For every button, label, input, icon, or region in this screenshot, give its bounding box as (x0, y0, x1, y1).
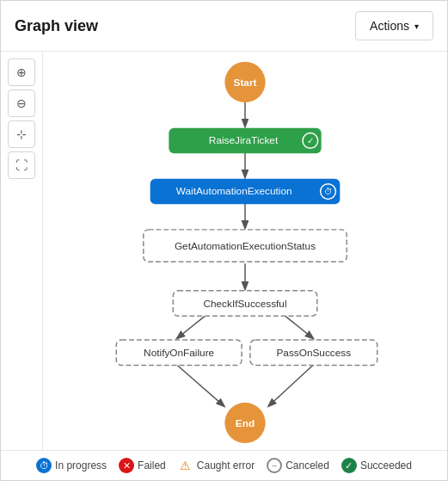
caughterror-label: Caught error (197, 459, 255, 472)
legend-failed: ✕ Failed (119, 458, 166, 473)
graph-view-container: Graph view Actions ▾ ⊕ ⊖ ⊹ ⛶ (0, 0, 448, 481)
svg-text:Start: Start (234, 77, 257, 89)
toolbar: ⊕ ⊖ ⊹ ⛶ (1, 52, 43, 450)
canceled-icon: − (267, 458, 282, 473)
legend-succeeded: ✓ Succeeded (341, 458, 412, 473)
svg-text:PassOnSuccess: PassOnSuccess (276, 347, 351, 359)
svg-text:✓: ✓ (307, 136, 314, 145)
page-title: Graph view (15, 17, 98, 35)
center-button[interactable]: ⊹ (8, 120, 35, 148)
zoom-out-icon: ⊖ (16, 96, 27, 110)
actions-label: Actions (370, 19, 409, 33)
zoom-in-icon: ⊕ (16, 65, 27, 79)
legend-caughterror: ⚠ Caught error (178, 458, 255, 473)
header: Graph view Actions ▾ (1, 1, 447, 52)
failed-icon: ✕ (119, 458, 134, 473)
caughterror-icon: ⚠ (178, 458, 193, 473)
svg-text:NotifyOnFailure: NotifyOnFailure (144, 347, 214, 359)
svg-text:RaiseJiraTicket: RaiseJiraTicket (209, 134, 279, 146)
svg-text:WaitAutomationExecution: WaitAutomationExecution (176, 185, 292, 197)
svg-line-6 (177, 365, 224, 405)
graph-canvas: Start RaiseJiraTicket ✓ WaitAutomationEx… (43, 52, 447, 450)
svg-text:⏱: ⏱ (324, 187, 333, 196)
svg-text:GetAutomationExecutionStatus: GetAutomationExecutionStatus (175, 240, 316, 252)
failed-label: Failed (138, 459, 166, 472)
zoom-in-button[interactable]: ⊕ (8, 59, 35, 86)
actions-button[interactable]: Actions ▾ (355, 11, 433, 40)
svg-text:CheckIfSuccessful: CheckIfSuccessful (203, 298, 286, 310)
legend-canceled: − Canceled (267, 458, 329, 473)
svg-line-7 (269, 365, 313, 405)
succeeded-label: Succeeded (360, 459, 412, 472)
legend: ⏱ In progress ✕ Failed ⚠ Caught error − … (1, 450, 447, 480)
zoom-out-button[interactable]: ⊖ (8, 89, 35, 117)
succeeded-icon: ✓ (341, 458, 357, 473)
fit-button[interactable]: ⛶ (8, 151, 35, 179)
fit-icon: ⛶ (15, 158, 28, 172)
svg-line-4 (177, 314, 206, 338)
center-icon: ⊹ (16, 127, 27, 141)
canceled-label: Canceled (285, 459, 329, 472)
graph-area: ⊕ ⊖ ⊹ ⛶ (1, 52, 447, 450)
legend-inprogress: ⏱ In progress (36, 458, 107, 473)
inprogress-label: In progress (55, 459, 107, 472)
inprogress-icon: ⏱ (36, 458, 52, 473)
chevron-down-icon: ▾ (414, 22, 419, 31)
svg-line-5 (283, 314, 312, 338)
svg-text:End: End (236, 417, 255, 429)
